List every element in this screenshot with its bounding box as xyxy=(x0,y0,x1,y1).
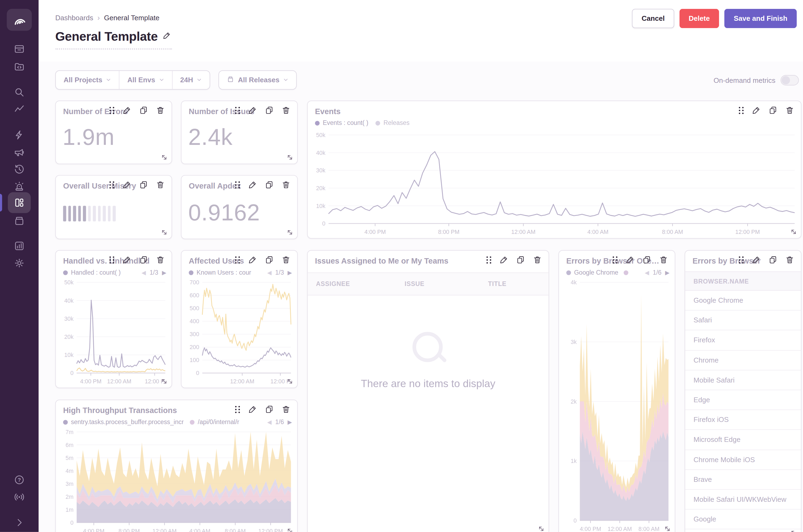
svg-text:4:00 PM: 4:00 PM xyxy=(365,229,386,235)
legend-next-icon[interactable]: ▶ xyxy=(288,419,292,425)
drag-handle-icon[interactable] xyxy=(235,106,240,114)
drag-handle-icon[interactable] xyxy=(109,255,115,264)
delete-widget-icon[interactable] xyxy=(281,180,291,189)
column-header-issue: ISSUE xyxy=(405,280,488,288)
date-range-dropdown[interactable]: 24H xyxy=(172,71,210,89)
sidebar: ? xyxy=(0,0,39,532)
delete-widget-icon[interactable] xyxy=(785,255,794,264)
drag-handle-icon[interactable] xyxy=(738,106,744,114)
resize-handle-icon[interactable] xyxy=(161,378,168,385)
cancel-button[interactable]: Cancel xyxy=(632,9,674,28)
resize-handle-icon[interactable] xyxy=(286,154,293,161)
edit-widget-icon[interactable] xyxy=(248,180,257,189)
environment-filter-dropdown[interactable]: All Envs xyxy=(119,71,172,89)
legend-prev-icon[interactable]: ◀ xyxy=(267,419,271,425)
delete-widget-icon[interactable] xyxy=(156,106,165,115)
legend-next-icon[interactable]: ▶ xyxy=(162,269,166,276)
help-icon[interactable]: ? xyxy=(0,474,39,485)
drag-handle-icon[interactable] xyxy=(235,405,240,414)
resize-handle-icon[interactable] xyxy=(286,527,293,532)
delete-widget-icon[interactable] xyxy=(659,255,668,264)
delete-button[interactable]: Delete xyxy=(679,9,719,28)
resize-handle-icon[interactable] xyxy=(161,229,168,236)
delete-widget-icon[interactable] xyxy=(156,255,165,264)
resize-handle-icon[interactable] xyxy=(161,154,168,161)
delete-widget-icon[interactable] xyxy=(281,106,291,115)
delete-widget-icon[interactable] xyxy=(533,255,542,264)
ondemand-metrics-toggle[interactable] xyxy=(781,75,799,86)
legend-prev-icon[interactable]: ◀ xyxy=(645,269,649,276)
edit-widget-icon[interactable] xyxy=(248,106,257,115)
delete-widget-icon[interactable] xyxy=(281,255,291,264)
sidebar-item-boost-lightning[interactable] xyxy=(0,129,39,140)
svg-text:4:00 PM: 4:00 PM xyxy=(83,528,105,532)
duplicate-widget-icon[interactable] xyxy=(139,180,148,189)
widget-affected-users: Affected Users Known Users : cour ◀1/3▶ … xyxy=(181,250,298,388)
sidebar-collapse-chevron-icon[interactable] xyxy=(0,517,39,528)
drag-handle-icon[interactable] xyxy=(109,106,115,114)
svg-text:6m: 6m xyxy=(66,442,73,449)
resize-handle-icon[interactable] xyxy=(664,525,671,532)
drag-handle-icon[interactable] xyxy=(612,255,618,264)
table-row: Safari xyxy=(685,310,801,330)
duplicate-widget-icon[interactable] xyxy=(139,255,148,264)
project-filter-dropdown[interactable]: All Projects xyxy=(56,71,119,89)
widget-errors-by-browser-over-time: Errors by Browser Ove… Google Chrome ◀1/… xyxy=(559,250,675,532)
resize-handle-icon[interactable] xyxy=(286,378,293,385)
drag-handle-icon[interactable] xyxy=(486,255,492,264)
sidebar-item-settings-gear[interactable] xyxy=(0,258,39,269)
whats-new-broadcast-icon[interactable] xyxy=(0,491,39,502)
sidebar-item-performance-trace[interactable] xyxy=(0,103,39,115)
drag-handle-icon[interactable] xyxy=(109,180,115,189)
duplicate-widget-icon[interactable] xyxy=(265,405,274,414)
edit-widget-icon[interactable] xyxy=(123,106,131,115)
sidebar-item-issues[interactable] xyxy=(0,43,39,55)
duplicate-widget-icon[interactable] xyxy=(265,106,274,115)
edit-widget-icon[interactable] xyxy=(123,255,131,264)
resize-handle-icon[interactable] xyxy=(537,525,545,532)
sidebar-item-stats[interactable] xyxy=(0,240,39,251)
svg-text:5m: 5m xyxy=(66,455,73,461)
sidebar-item-alerts-siren[interactable] xyxy=(0,181,39,192)
duplicate-widget-icon[interactable] xyxy=(265,180,274,189)
duplicate-widget-icon[interactable] xyxy=(516,255,525,264)
resize-handle-icon[interactable] xyxy=(790,529,797,532)
legend-next-icon[interactable]: ▶ xyxy=(665,269,669,276)
svg-text:8:00 AM: 8:00 AM xyxy=(225,528,246,532)
edit-widget-icon[interactable] xyxy=(248,405,257,414)
legend-next-icon[interactable]: ▶ xyxy=(288,269,292,276)
duplicate-widget-icon[interactable] xyxy=(642,255,651,264)
delete-widget-icon[interactable] xyxy=(785,106,794,115)
edit-widget-icon[interactable] xyxy=(752,106,761,115)
releases-filter-dropdown[interactable]: All Releases xyxy=(219,71,296,89)
save-and-finish-button[interactable]: Save and Finish xyxy=(725,9,797,28)
duplicate-widget-icon[interactable] xyxy=(265,255,274,264)
breadcrumb-dashboards-link[interactable]: Dashboards xyxy=(55,14,93,22)
sidebar-item-releases[interactable] xyxy=(0,215,39,227)
resize-handle-icon[interactable] xyxy=(790,228,797,235)
sentry-logo[interactable] xyxy=(7,9,32,31)
duplicate-widget-icon[interactable] xyxy=(769,255,778,264)
drag-handle-icon[interactable] xyxy=(738,255,744,264)
edit-title-icon[interactable] xyxy=(163,31,171,42)
sidebar-item-explore-search[interactable] xyxy=(0,87,39,98)
sidebar-item-feedback-megaphone[interactable] xyxy=(0,147,39,158)
drag-handle-icon[interactable] xyxy=(235,180,240,189)
sidebar-item-projects[interactable] xyxy=(0,61,39,72)
legend-prev-icon[interactable]: ◀ xyxy=(267,269,271,276)
duplicate-widget-icon[interactable] xyxy=(769,106,778,115)
drag-handle-icon[interactable] xyxy=(235,255,240,264)
affected-users-chart: 010020030040050060070012:00 AM12:00 P xyxy=(185,280,294,385)
edit-widget-icon[interactable] xyxy=(752,255,761,264)
resize-handle-icon[interactable] xyxy=(286,229,293,236)
edit-widget-icon[interactable] xyxy=(123,180,131,189)
edit-widget-icon[interactable] xyxy=(626,255,635,264)
edit-widget-icon[interactable] xyxy=(499,255,508,264)
edit-widget-icon[interactable] xyxy=(248,255,257,264)
duplicate-widget-icon[interactable] xyxy=(139,106,148,115)
delete-widget-icon[interactable] xyxy=(281,405,291,414)
sidebar-item-replays-history[interactable] xyxy=(0,164,39,175)
delete-widget-icon[interactable] xyxy=(156,180,165,189)
sidebar-item-dashboards[interactable] xyxy=(8,192,31,213)
legend-prev-icon[interactable]: ◀ xyxy=(142,269,146,276)
